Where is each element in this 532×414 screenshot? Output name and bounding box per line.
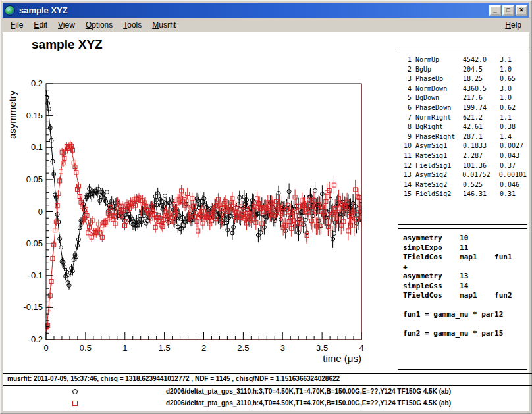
svg-text:4: 4 (359, 343, 363, 353)
param-row: 6PhaseDown199.740.62 (402, 103, 527, 113)
square-marker-icon (72, 401, 78, 406)
svg-text:0.15: 0.15 (26, 111, 43, 120)
data-series-circle (45, 90, 363, 290)
app-window: sample XYZ _ □ ✕ FileEditViewOptionsTool… (0, 0, 532, 414)
menu-musrfit[interactable]: Musrfit (147, 19, 181, 31)
theory-line: TFieldCos map1 fun2 (403, 291, 527, 301)
menu-edit[interactable]: Edit (28, 19, 53, 31)
svg-text:0.2: 0.2 (31, 78, 43, 88)
theory-box: asymmetry 10simplExpo 11TFieldCos map1 f… (398, 228, 527, 370)
minimize-button[interactable]: _ (489, 5, 501, 16)
svg-text:-0.2: -0.2 (28, 334, 43, 344)
svg-text:3.5: 3.5 (316, 343, 328, 353)
legend-row: d2006/deltat_pta_gps_3110,h:3,T0=4.50K,T… (3, 386, 532, 398)
param-row: 15FieldSig2146.310.31 (402, 190, 527, 199)
svg-text:2.5: 2.5 (237, 343, 249, 353)
circle-marker-icon (72, 389, 78, 394)
param-row: 8BgRight42.610.38 (402, 122, 527, 132)
theory-line: simpleGss 14 (403, 282, 527, 292)
window-title: sample XYZ (19, 5, 488, 15)
legend-row: d2006/deltat_pta_gps_3110,h:4,T0=4.50K,T… (3, 398, 532, 410)
param-row: 10AsymSig10.18330.0027 (402, 142, 527, 151)
legend-label: d2006/deltat_pta_gps_3110,h:3,T0=4.50K,T… (166, 388, 451, 395)
param-row: 11RateSig12.2870.043 (402, 151, 527, 161)
param-row: 7NormRight621.21.1 (402, 113, 527, 123)
y-axis-title: asymmetry (7, 90, 18, 139)
legend: d2006/deltat_pta_gps_3110,h:3,T0=4.50K,T… (3, 386, 532, 413)
data-series-square (45, 141, 363, 333)
param-row: 3PhaseUp18.250.65 (402, 74, 527, 84)
param-row: 1NormUp4542.03.1 (402, 55, 527, 65)
legend-label: d2006/deltat_pta_gps_3110,h:4,T0=4.50K,T… (166, 400, 451, 407)
menubar: FileEditViewOptionsToolsMusrfit Help (3, 18, 529, 32)
param-row: 14RateSig20.5250.046 (402, 180, 527, 190)
menu-view[interactable]: View (53, 19, 80, 31)
svg-text:-0.1: -0.1 (28, 271, 43, 280)
footer-divider-top (3, 373, 532, 374)
param-row: 2BgUp204.51.0 (402, 65, 527, 75)
svg-text:0: 0 (43, 343, 48, 353)
theory-line: asymmetry 10 (403, 234, 527, 244)
theory-line: + (403, 263, 527, 272)
menubar-items: FileEditViewOptionsToolsMusrfit (5, 19, 181, 31)
theory-line: fun2 = gamma_mu * par15 (403, 329, 527, 339)
theory-line: simplExpo 11 (403, 244, 527, 253)
maximize-button[interactable]: □ (502, 5, 514, 16)
svg-text:-0.05: -0.05 (23, 238, 43, 248)
param-row: 13AsymSig20.017520.00101 (402, 170, 527, 180)
root-canvas[interactable]: sample XYZ 00.511.522.533.540.20.150.10.… (3, 32, 529, 411)
param-row: 5BgDown217.61.0 (402, 93, 527, 103)
footer-divider-legend (3, 385, 532, 386)
svg-text:1: 1 (122, 343, 127, 353)
menu-options[interactable]: Options (80, 19, 118, 31)
menu-file[interactable]: File (5, 19, 28, 31)
theory-line (403, 320, 527, 330)
param-row: 4NormDown4360.53.0 (402, 84, 527, 94)
svg-text:2: 2 (201, 343, 206, 353)
svg-text:1.5: 1.5 (159, 343, 171, 353)
svg-text:0: 0 (38, 207, 43, 217)
param-row: 9PhaseRight287.11.4 (402, 132, 527, 142)
svg-text:3: 3 (280, 343, 285, 353)
svg-text:0.05: 0.05 (26, 174, 43, 184)
app-icon (5, 5, 15, 16)
svg-text:-0.15: -0.15 (23, 302, 43, 312)
x-axis-title: time (μs) (323, 353, 361, 364)
theory-line (403, 301, 527, 311)
theory-line: asymmetry 13 (403, 272, 527, 282)
param-row: 12FieldSig1101.360.37 (402, 161, 527, 171)
theory-line: fun1 = gamma_mu * par12 (403, 310, 527, 320)
close-button[interactable]: ✕ (516, 5, 527, 16)
menu-tools[interactable]: Tools (118, 19, 147, 31)
theory-line: TFieldCos map1 fun1 (403, 253, 527, 263)
parameter-table: 1NormUp4542.03.12BgUp204.51.03PhaseUp18.… (398, 51, 527, 225)
fit-curve (46, 90, 361, 277)
menu-help[interactable]: Help (500, 19, 527, 31)
svg-text:0.5: 0.5 (80, 343, 92, 353)
svg-text:0.1: 0.1 (31, 142, 43, 152)
fit-info: musrfit: 2011-07-09, 15:37:46, chisq = 1… (7, 375, 340, 382)
titlebar[interactable]: sample XYZ _ □ ✕ (3, 3, 529, 18)
